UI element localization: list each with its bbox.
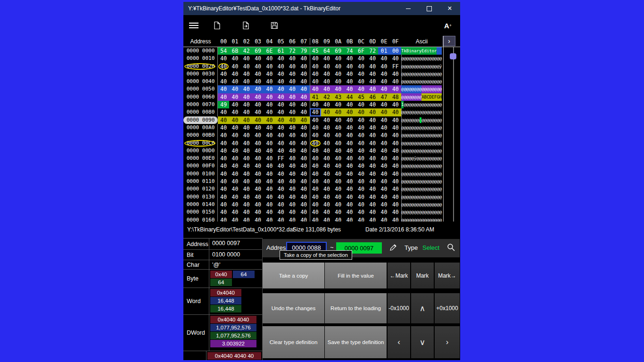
- byte-cell[interactable]: 45: [310, 47, 321, 55]
- byte-cell[interactable]: 40: [367, 155, 378, 162]
- ascii-cell[interactable]: @@@@@@@@@@@@@@@ÿ: [401, 63, 442, 70]
- byte-cell[interactable]: 41: [310, 93, 321, 101]
- byte-cell[interactable]: 40: [321, 55, 332, 62]
- byte-cell[interactable]: 40: [298, 162, 309, 170]
- byte-cell[interactable]: 40: [241, 140, 252, 147]
- address-cell[interactable]: 0000 0120: [183, 185, 218, 193]
- address-cell[interactable]: 0000 00C0: [183, 140, 218, 147]
- byte-cell[interactable]: 40: [367, 170, 378, 178]
- byte-cell[interactable]: 40: [218, 216, 229, 222]
- ascii-cell[interactable]: @@@@@@@@@@@@@@@@: [401, 185, 442, 193]
- byte-cell[interactable]: 40: [344, 101, 355, 108]
- byte-cell[interactable]: 40: [321, 78, 332, 85]
- byte-cell[interactable]: 40: [344, 132, 355, 139]
- byte-cell[interactable]: 40: [321, 140, 332, 147]
- byte-cell[interactable]: 40: [332, 155, 344, 162]
- byte-cell[interactable]: 40: [298, 55, 309, 62]
- byte-cell[interactable]: 40: [344, 185, 355, 193]
- byte-cell[interactable]: 40: [229, 70, 240, 78]
- byte-cell[interactable]: 40: [321, 101, 332, 108]
- byte-cell[interactable]: 40: [355, 155, 367, 162]
- byte-cell[interactable]: 40: [287, 78, 298, 85]
- byte-cell[interactable]: 40: [218, 116, 229, 124]
- byte-cell[interactable]: 40: [298, 93, 309, 101]
- address-cell[interactable]: 0000 0060: [183, 93, 218, 101]
- byte-cell[interactable]: 40: [310, 101, 321, 108]
- byte-cell[interactable]: 40: [310, 140, 321, 147]
- byte-cell[interactable]: 40: [252, 70, 264, 78]
- byte-cell[interactable]: 40: [367, 185, 378, 193]
- maximize-button[interactable]: [419, 2, 439, 15]
- byte-cell[interactable]: 40: [321, 132, 332, 139]
- byte-cell[interactable]: 40: [241, 185, 252, 193]
- byte-cell[interactable]: 40: [287, 108, 298, 116]
- byte-cell[interactable]: 40: [241, 155, 252, 162]
- byte-cell[interactable]: 40: [310, 116, 321, 124]
- byte-cell[interactable]: 40: [264, 101, 275, 108]
- byte-cell[interactable]: 40: [390, 201, 401, 208]
- byte-cell[interactable]: 40: [344, 155, 355, 162]
- byte-cell[interactable]: 40: [321, 147, 332, 155]
- byte-cell[interactable]: 40: [287, 85, 298, 93]
- byte-cell[interactable]: 40: [332, 140, 344, 147]
- byte-cell[interactable]: 40: [321, 124, 332, 132]
- byte-cell[interactable]: 40: [264, 70, 275, 78]
- byte-cell[interactable]: 40: [355, 63, 367, 70]
- byte-cell[interactable]: 40: [275, 140, 287, 147]
- byte-cell[interactable]: 40: [321, 193, 332, 201]
- address-cell[interactable]: 0000 0030: [183, 70, 218, 78]
- byte-cell[interactable]: 40: [367, 178, 378, 185]
- byte-cell[interactable]: 40: [287, 185, 298, 193]
- byte-cell[interactable]: 40: [355, 78, 367, 85]
- byte-cell[interactable]: 40: [321, 70, 332, 78]
- byte-cell[interactable]: 72: [367, 47, 378, 55]
- byte-cell[interactable]: 40: [229, 78, 240, 85]
- scroll-down-button[interactable]: ∨: [411, 326, 434, 358]
- byte-cell[interactable]: 40: [310, 201, 321, 208]
- ascii-cell[interactable]: @@@@@@@@@@@@@@@@: [401, 140, 442, 147]
- byte-cell[interactable]: 40: [344, 170, 355, 178]
- byte-cell[interactable]: 40: [390, 78, 401, 85]
- byte-cell[interactable]: 40: [252, 55, 264, 62]
- byte-cell[interactable]: 40: [332, 201, 344, 208]
- ascii-cell[interactable]: @@@@@@@@@@@@@@@@: [401, 216, 442, 222]
- byte-cell[interactable]: 40: [229, 93, 240, 101]
- byte-cell[interactable]: 40: [344, 85, 355, 93]
- byte-cell[interactable]: 40: [332, 78, 344, 85]
- byte-cell[interactable]: 40: [287, 193, 298, 201]
- byte-cell[interactable]: 40: [332, 55, 344, 62]
- font-settings-button[interactable]: A+: [444, 20, 452, 31]
- byte-cell[interactable]: 40: [229, 140, 240, 147]
- byte-cell[interactable]: 40: [287, 55, 298, 62]
- byte-cell[interactable]: 40: [355, 124, 367, 132]
- byte-cell[interactable]: 40: [264, 108, 275, 116]
- byte-cell[interactable]: 45: [355, 93, 367, 101]
- open-file-button[interactable]: [240, 20, 251, 31]
- byte-cell[interactable]: 40: [390, 85, 401, 93]
- byte-cell[interactable]: 40: [298, 63, 309, 70]
- byte-cell[interactable]: 40: [321, 170, 332, 178]
- byte-cell[interactable]: 40: [241, 201, 252, 208]
- byte-cell[interactable]: 40: [367, 116, 378, 124]
- byte-cell[interactable]: 40: [241, 208, 252, 216]
- byte-cell[interactable]: 40: [218, 193, 229, 201]
- ascii-cell[interactable]: @@@@@@@@@@@@@@@@: [401, 208, 442, 216]
- byte-cell[interactable]: 40: [275, 93, 287, 101]
- byte-cell[interactable]: 40: [275, 178, 287, 185]
- byte-cell[interactable]: 40: [218, 70, 229, 78]
- byte-cell[interactable]: 40: [229, 162, 240, 170]
- byte-cell[interactable]: 40: [229, 85, 240, 93]
- byte-cell[interactable]: 40: [298, 132, 309, 139]
- byte-cell[interactable]: 40: [310, 63, 321, 70]
- byte-cell[interactable]: 40: [332, 208, 344, 216]
- byte-cell[interactable]: 40: [229, 108, 240, 116]
- byte-cell[interactable]: 40: [218, 132, 229, 139]
- byte-cell[interactable]: 40: [241, 162, 252, 170]
- byte-cell[interactable]: 40: [332, 170, 344, 178]
- byte-cell[interactable]: 40: [298, 70, 309, 78]
- byte-cell[interactable]: 40: [298, 193, 309, 201]
- byte-cell[interactable]: 40: [275, 70, 287, 78]
- move-left-button[interactable]: ‹: [388, 326, 410, 358]
- byte-cell[interactable]: 01: [378, 47, 389, 55]
- byte-cell[interactable]: 40: [390, 155, 401, 162]
